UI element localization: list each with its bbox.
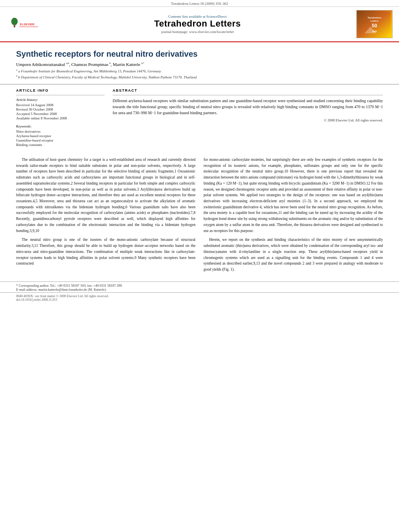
info-abstract-section: ARTICLE INFO Article history: Received 1… (0, 84, 399, 151)
copyright-notice: © 2008 Elsevier Ltd. All rights reserved… (113, 118, 383, 122)
keyword-1: Nitro derivatives (16, 129, 105, 134)
affiliations: a a Fraunhofer Institute for Biomedical … (16, 68, 383, 80)
footnotes-area: * Corresponding author. Tel.: +49 0331 5… (0, 281, 399, 292)
journal-title: Tetrahedron Letters (39, 18, 356, 29)
journal-name-area: Contents lists available at ScienceDirec… (39, 14, 356, 34)
sciencedirect-text: Contents lists available at ScienceDirec… (39, 14, 356, 18)
authors-line: Umporn Athikomrattanakul a,b, Chamras Pr… (16, 62, 383, 67)
body-right-column: for mono-anionic carboxylate moieties, b… (204, 157, 383, 276)
author-names: Umporn Athikomrattanakul a,b, Chamras Pr… (16, 62, 144, 67)
affiliation-a: a a Fraunhofer Institute for Biomedical … (16, 68, 383, 74)
keywords-label: Keywords: (16, 124, 105, 128)
journal-topbar: Tetrahedron Letters 50 (2009) 359–362 (0, 0, 399, 7)
body-paragraph-3: for mono-anionic carboxylate moieties, b… (204, 157, 383, 234)
history-label: Article history: (16, 98, 105, 102)
body-left-column: The utilisation of host–guest chemistry … (16, 157, 195, 276)
info-divider (16, 95, 105, 95)
corresponding-author-note: * Corresponding author. Tel.: +49 0331 5… (16, 283, 383, 288)
article-title: Synthetic receptors for neutral nitro de… (16, 49, 383, 59)
keyword-3: Guanidine-based receptor (16, 138, 105, 142)
svg-text:Letters: Letters (370, 20, 379, 22)
svg-text:ELSEVIER: ELSEVIER (20, 23, 35, 26)
abstract-text: Different arylurea-based receptors with … (113, 98, 383, 116)
body-paragraph-2: The neutral nitro group is one of the is… (16, 237, 195, 267)
article-title-area: Synthetic receptors for neutral nitro de… (0, 42, 399, 84)
email-note: E-mail address: martin.katterle@ibmt.fra… (16, 288, 383, 292)
journal-cover-thumbnail: Tetrahedron Letters 50 2009 (356, 10, 393, 38)
body-paragraph-1: The utilisation of host–guest chemistry … (16, 157, 195, 234)
keyword-4: Binding constants (16, 143, 105, 147)
journal-citation: Tetrahedron Letters 50 (2009) 359–362 (171, 2, 228, 6)
abstract-divider (113, 95, 383, 95)
revised-date: Revised 30 October 2008 (16, 107, 105, 111)
issn-notice: 0040-4039/$ - see front matter © 2008 El… (16, 294, 383, 298)
doi-notice: doi:10.1016/j.tetlet.2008.11.015 (16, 298, 383, 302)
body-paragraph-4: Herein, we report on the synthesis and b… (204, 237, 383, 272)
main-body: The utilisation of host–guest chemistry … (0, 151, 399, 281)
available-online-date: Available online 8 November 2008 (16, 116, 105, 120)
elsevier-logo-area: ELSEVIER (6, 16, 39, 32)
accepted-date: Accepted 5 November 2008 (16, 112, 105, 116)
svg-rect-2 (14, 25, 15, 27)
received-date: Received 14 August 2008 (16, 103, 105, 107)
abstract-heading: ABSTRACT (113, 88, 383, 92)
journal-header: ELSEVIER Contents lists available at Sci… (0, 7, 399, 42)
svg-text:Tetrahedron: Tetrahedron (368, 16, 382, 19)
keyword-2: Arylurea-based receptor (16, 134, 105, 138)
svg-text:50: 50 (372, 23, 377, 29)
article-info-heading: ARTICLE INFO (16, 88, 105, 92)
article-info-panel: ARTICLE INFO Article history: Received 1… (16, 88, 105, 147)
journal-cover-icon: Tetrahedron Letters 50 2009 (358, 11, 391, 37)
affiliation-b: b b Department of Clinical Chemistry, Fa… (16, 74, 383, 80)
abstract-panel: ABSTRACT Different arylurea-based recept… (113, 88, 383, 147)
footer-bar: 0040-4039/$ - see front matter © 2008 El… (0, 292, 399, 303)
svg-point-1 (11, 18, 18, 25)
journal-homepage: journal homepage: www.elsevier.com/locat… (39, 30, 356, 34)
elsevier-logo-icon: ELSEVIER (6, 16, 39, 32)
